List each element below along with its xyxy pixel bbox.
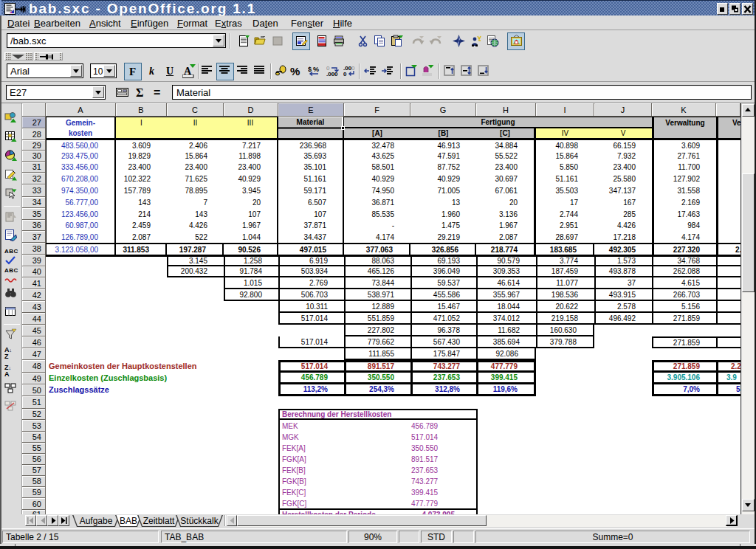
svg-text:%: % — [313, 66, 319, 73]
svg-text:$: $ — [308, 66, 312, 73]
svg-text:0: 0 — [351, 65, 355, 72]
svg-text:0: 0 — [343, 71, 347, 77]
